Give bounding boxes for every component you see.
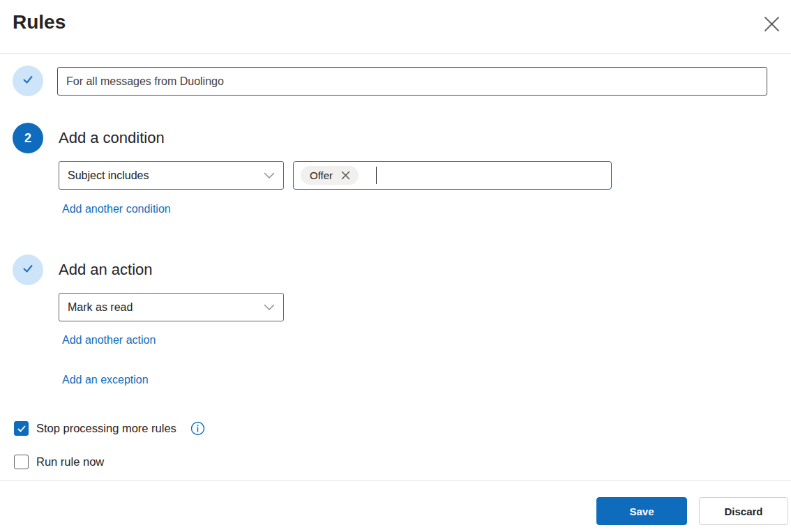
- info-icon[interactable]: [190, 421, 205, 436]
- condition-value-input[interactable]: Offer: [293, 161, 612, 190]
- add-an-exception-link[interactable]: Add an exception: [62, 374, 149, 386]
- add-another-condition-link[interactable]: Add another condition: [62, 203, 171, 215]
- chip-remove-icon[interactable]: [341, 171, 350, 180]
- stop-processing-label: Stop processing more rules: [36, 422, 176, 435]
- chevron-down-icon: [264, 169, 275, 182]
- condition-chip: Offer: [301, 166, 359, 185]
- action-dropdown-value: Mark as read: [68, 301, 264, 314]
- action-heading: Add an action: [59, 261, 153, 279]
- step-1-complete-badge: [13, 66, 43, 96]
- add-another-action-link[interactable]: Add another action: [62, 334, 156, 347]
- condition-dropdown-value: Subject includes: [68, 169, 264, 182]
- dialog-title: Rules: [13, 11, 66, 33]
- close-icon: [764, 16, 780, 34]
- condition-heading: Add a condition: [59, 129, 165, 147]
- run-rule-now-label: Run rule now: [36, 455, 104, 469]
- close-button[interactable]: [759, 14, 784, 36]
- chevron-down-icon: [264, 301, 275, 314]
- check-icon: [21, 261, 35, 278]
- footer-divider: [0, 480, 791, 481]
- action-dropdown[interactable]: Mark as read: [59, 293, 284, 321]
- rules-dialog: Rules 2 Add a condition Subject includes…: [0, 0, 791, 532]
- condition-dropdown[interactable]: Subject includes: [59, 161, 284, 190]
- stop-processing-row: Stop processing more rules: [14, 421, 205, 436]
- stop-processing-checkbox[interactable]: [14, 421, 29, 436]
- check-icon: [21, 73, 35, 89]
- run-rule-now-checkbox[interactable]: [14, 455, 29, 469]
- condition-chip-label: Offer: [310, 169, 333, 181]
- step-2-badge: 2: [13, 123, 43, 153]
- text-cursor: [376, 167, 377, 184]
- step-2-number: 2: [24, 131, 31, 146]
- run-rule-now-row: Run rule now: [14, 455, 104, 469]
- rule-name-input[interactable]: [57, 67, 767, 96]
- save-button[interactable]: Save: [596, 497, 687, 525]
- discard-button[interactable]: Discard: [699, 497, 788, 525]
- header-divider: [0, 53, 791, 54]
- step-3-complete-badge: [13, 254, 43, 285]
